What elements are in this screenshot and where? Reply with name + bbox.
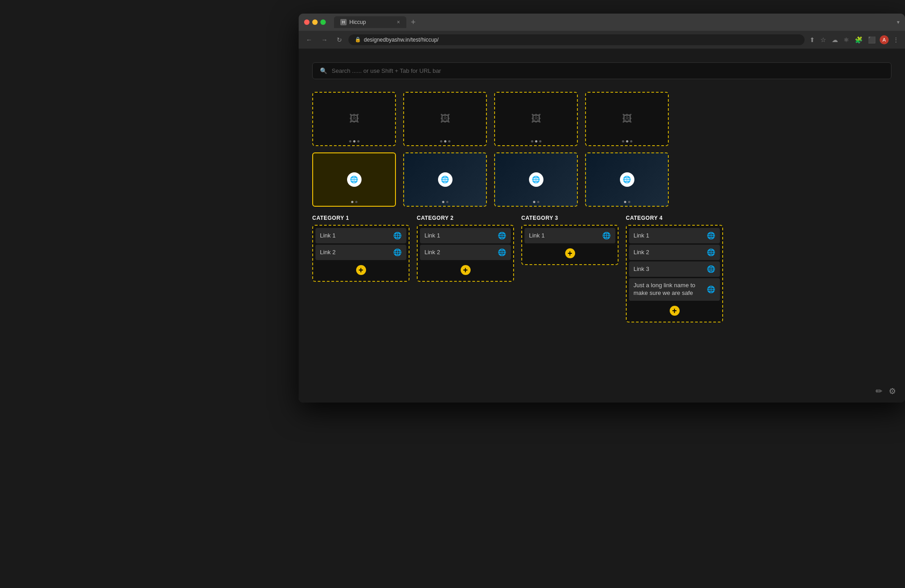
- card-favicon: 🌐: [438, 172, 452, 187]
- dot-active: [535, 140, 537, 142]
- search-bar[interactable]: 🔍 Search ...... or use Shift + Tab for U…: [312, 62, 891, 79]
- split-view-icon[interactable]: ⬛: [867, 36, 877, 43]
- globe-icon: 🌐: [498, 248, 506, 256]
- card-image-content: 🌐: [404, 153, 486, 206]
- link-text: Just a long link name to make sure we ar…: [634, 282, 704, 297]
- search-placeholder: Search ...... or use Shift + Tab for URL…: [332, 67, 441, 74]
- maximize-button[interactable]: [320, 19, 326, 25]
- addressbar-actions: ⬆ ☆ ☁ ⚛ 🧩 ⬛ A ⋮: [808, 35, 900, 44]
- settings-button[interactable]: ⚙: [889, 386, 896, 396]
- bookmark-card-7[interactable]: 🌐: [494, 152, 578, 207]
- link-text: Link 2: [634, 249, 704, 256]
- browser-tab-hiccup[interactable]: H Hiccup ×: [334, 16, 406, 28]
- dot-active: [351, 201, 353, 203]
- traffic-lights: [304, 19, 326, 25]
- minimize-button[interactable]: [312, 19, 318, 25]
- bottom-toolbar: ✏ ⚙: [876, 386, 896, 396]
- new-tab-button[interactable]: +: [408, 18, 419, 27]
- bookmark-card-4[interactable]: 🖼: [585, 92, 669, 146]
- category-3: CATEGORY 3 Link 1 🌐 +: [521, 215, 619, 322]
- bookmark-icon[interactable]: ☆: [819, 36, 828, 43]
- card-favicon: 🌐: [620, 172, 634, 187]
- card-image-content: 🌐: [586, 153, 668, 206]
- list-item[interactable]: Link 2 🌐: [629, 245, 720, 260]
- address-input[interactable]: 🔒 designedbyashw.in/test/hiccup/: [348, 34, 805, 45]
- globe-icon: 🌐: [393, 248, 402, 256]
- dot: [630, 140, 632, 142]
- back-button[interactable]: ←: [303, 34, 315, 45]
- link-text: Link 2: [424, 249, 495, 256]
- dot-active: [353, 140, 355, 142]
- image-placeholder-icon: 🖼: [349, 113, 359, 125]
- bookmark-card-5[interactable]: 🌐: [312, 152, 396, 207]
- image-placeholder-icon: 🖼: [531, 113, 541, 125]
- tab-close-icon[interactable]: ×: [397, 19, 400, 25]
- close-button[interactable]: [304, 19, 310, 25]
- list-item[interactable]: Link 1 🌐: [315, 228, 406, 243]
- list-item[interactable]: Link 3 🌐: [629, 261, 720, 277]
- card-favicon: 🌐: [347, 172, 362, 187]
- link-text: Link 1: [424, 232, 495, 240]
- dot: [628, 201, 630, 203]
- dot: [355, 201, 357, 203]
- dot-active: [626, 140, 628, 142]
- edit-button[interactable]: ✏: [876, 386, 882, 396]
- card-dots: [622, 140, 632, 142]
- image-placeholder-icon: 🖼: [622, 113, 632, 125]
- bookmark-card-6[interactable]: 🌐: [403, 152, 487, 207]
- category-1-links: Link 1 🌐 Link 2 🌐 +: [312, 225, 410, 282]
- globe-icon: 🌐: [707, 248, 715, 256]
- list-item[interactable]: Link 2 🌐: [420, 245, 511, 260]
- image-placeholder-icon: 🖼: [440, 113, 450, 125]
- list-item[interactable]: Link 1 🌐: [524, 228, 615, 243]
- browser-titlebar: H Hiccup × + ▾: [299, 14, 905, 31]
- dot: [446, 201, 448, 203]
- puzzle-icon[interactable]: 🧩: [853, 36, 864, 43]
- menu-icon[interactable]: ⋮: [891, 36, 900, 43]
- profile-icon[interactable]: A: [880, 35, 889, 44]
- card-dots: [531, 140, 541, 142]
- bookmark-card-2[interactable]: 🖼: [403, 92, 487, 146]
- tab-dropdown-icon[interactable]: ▾: [897, 19, 900, 25]
- globe-icon: 🌐: [707, 285, 715, 294]
- add-link-button[interactable]: +: [420, 261, 511, 279]
- dot: [448, 140, 450, 142]
- dot: [539, 140, 541, 142]
- card-favicon: 🌐: [529, 172, 543, 187]
- card-dots: [624, 201, 630, 203]
- react-icon[interactable]: ⚛: [842, 36, 851, 43]
- add-link-button[interactable]: +: [524, 245, 615, 262]
- bookmark-card-3[interactable]: 🖼: [494, 92, 578, 146]
- add-link-button[interactable]: +: [315, 261, 406, 279]
- search-icon: 🔍: [320, 67, 327, 74]
- globe-icon: 🌐: [602, 232, 611, 240]
- card-dots: [440, 140, 450, 142]
- refresh-button[interactable]: ↻: [334, 34, 345, 45]
- add-icon: +: [461, 265, 471, 275]
- bookmark-card-1[interactable]: 🖼: [312, 92, 396, 146]
- list-item[interactable]: Link 1 🌐: [420, 228, 511, 243]
- dot: [440, 140, 442, 142]
- dot-active: [624, 201, 626, 203]
- link-text: Link 2: [320, 249, 391, 256]
- categories-section: CATEGORY 1 Link 1 🌐 Link 2 🌐 +: [312, 215, 891, 322]
- forward-button[interactable]: →: [319, 34, 330, 45]
- card-dots: [351, 201, 357, 203]
- share-icon[interactable]: ⬆: [808, 36, 816, 43]
- list-item[interactable]: Just a long link name to make sure we ar…: [629, 278, 720, 301]
- link-text: Link 1: [320, 232, 391, 240]
- dot: [531, 140, 533, 142]
- card-image-content: 🌐: [313, 153, 395, 206]
- dot: [537, 201, 539, 203]
- lock-icon: 🔒: [355, 37, 361, 43]
- cloud-icon[interactable]: ☁: [830, 36, 839, 43]
- bookmark-card-8[interactable]: 🌐: [585, 152, 669, 207]
- dot: [349, 140, 351, 142]
- list-item[interactable]: Link 2 🌐: [315, 245, 406, 260]
- dot-active: [442, 201, 444, 203]
- list-item[interactable]: Link 1 🌐: [629, 228, 720, 243]
- dot: [357, 140, 359, 142]
- globe-icon: 🌐: [707, 232, 715, 240]
- add-link-button[interactable]: +: [629, 302, 720, 319]
- tab-favicon: H: [340, 19, 347, 25]
